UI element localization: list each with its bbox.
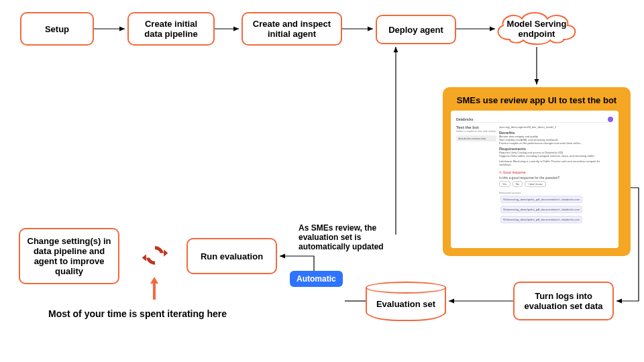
node-run-eval-label: Run evaluation xyxy=(201,251,263,261)
mock-chip-2: /Volumes/rag_demo/paths_pdf_documentatio… xyxy=(500,206,582,213)
node-setup: Setup xyxy=(20,12,94,46)
sme-note: As SMEs review, the evaluation set is au… xyxy=(299,223,413,251)
node-create-agent-label: Create and inspect initial agent xyxy=(250,19,334,39)
node-turn-logs: Turn logs into evaluation set data xyxy=(513,282,614,320)
node-eval-set-cylinder: Evaluation set xyxy=(366,282,446,321)
svg-marker-0 xyxy=(164,249,168,257)
node-serving-cloud: Model Serving endpoint xyxy=(490,9,584,47)
mock-header: Databricks xyxy=(456,117,474,121)
automatic-tag-label: Automatic xyxy=(297,274,336,284)
node-run-eval: Run evaluation xyxy=(186,238,277,274)
node-create-pipeline-label: Create initial data pipeline xyxy=(136,19,207,39)
mock-side-button: data-bricks-review-chat xyxy=(456,135,496,141)
avatar-icon xyxy=(608,117,613,122)
review-app-title: SMEs use review app UI to test the bot xyxy=(451,95,623,105)
node-change-settings: Change setting(s) in data pipeline and a… xyxy=(19,228,119,284)
node-setup-label: Setup xyxy=(45,24,69,34)
mock-r2: Supports Delta tables, including managed… xyxy=(499,154,613,158)
cycle-icon xyxy=(141,241,169,269)
node-change-settings-label: Change setting(s) in data pipeline and a… xyxy=(27,236,111,276)
svg-marker-1 xyxy=(142,254,146,261)
mock-b3: Practice insights on the performance cha… xyxy=(499,141,613,145)
mock-yes: Yes xyxy=(499,181,511,187)
mock-idk: I don't know xyxy=(525,181,545,187)
node-create-agent: Create and inspect initial agent xyxy=(241,12,342,46)
mock-chip-1: /Volumes/rag_demo/paths_pdf_documentatio… xyxy=(500,196,582,203)
node-serving-label: Model Serving endpoint xyxy=(490,9,584,39)
review-app-panel: SMEs use review app UI to test the bot D… xyxy=(443,87,631,256)
mock-path: main.rag_demo.agents-08_dev_demo_model_1 xyxy=(499,125,613,129)
mock-good: Good response xyxy=(502,170,525,174)
node-create-pipeline: Create initial data pipeline xyxy=(127,12,215,46)
up-arrow-icon xyxy=(149,277,160,302)
node-turn-logs-label: Turn logs into evaluation set data xyxy=(521,291,606,311)
node-deploy: Deploy agent xyxy=(376,15,456,44)
node-deploy-label: Deploy agent xyxy=(388,25,443,35)
mock-prompt: Is this a good response for the question… xyxy=(499,176,613,180)
node-eval-set-label: Evaluation set xyxy=(376,299,435,309)
automatic-tag: Automatic xyxy=(290,271,343,287)
mock-no: No xyxy=(513,181,523,187)
mock-chip-3: /Volumes/rag_demo/paths_pdf_documentatio… xyxy=(500,216,582,223)
mock-footnote: Lakehouse Monitoring is currently in Pub… xyxy=(499,160,613,166)
review-app-mock: Databricks Test the bot Select a model t… xyxy=(451,111,619,248)
mock-side-sub: Select a model to test and review xyxy=(456,129,496,133)
iteration-caption: Most of your time is spent iterating her… xyxy=(48,308,227,319)
